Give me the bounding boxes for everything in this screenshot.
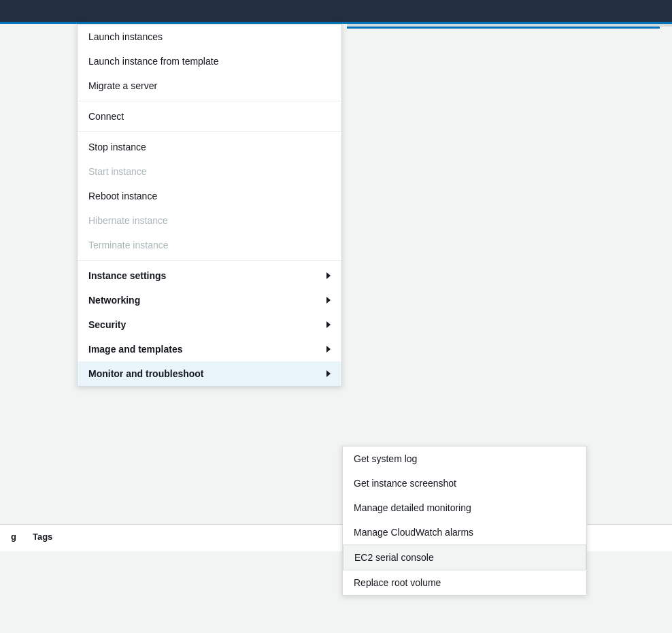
tags-left-label: g — [11, 532, 16, 545]
tags-right-label[interactable]: Tags — [33, 532, 52, 545]
submenu-item-replace-root-volume[interactable]: Replace root volume — [343, 570, 586, 595]
menu-item-image-and-templates[interactable]: Image and templates — [78, 337, 341, 361]
menu-divider-3 — [78, 260, 341, 261]
instance-actions-menu: Launch instances Launch instance from te… — [77, 24, 342, 387]
menu-item-monitor-and-troubleshoot[interactable]: Monitor and troubleshoot — [78, 361, 341, 386]
monitor-troubleshoot-submenu: Get system log Get instance screenshot M… — [342, 446, 587, 596]
menu-item-hibernate-instance: Hibernate instance — [78, 208, 341, 233]
menu-item-stop-instance[interactable]: Stop instance — [78, 135, 341, 159]
menu-divider-2 — [78, 131, 341, 132]
chevron-right-icon — [326, 321, 331, 328]
menu-item-launch-from-template[interactable]: Launch instance from template — [78, 49, 341, 74]
submenu-item-manage-detailed-monitoring[interactable]: Manage detailed monitoring — [343, 496, 586, 520]
chevron-right-icon — [326, 346, 331, 353]
chevron-right-icon — [326, 370, 331, 377]
submenu-item-manage-cloudwatch-alarms[interactable]: Manage CloudWatch alarms — [343, 520, 586, 545]
menu-item-security[interactable]: Security — [78, 312, 341, 337]
menu-item-networking[interactable]: Networking — [78, 288, 341, 312]
submenu-item-get-instance-screenshot[interactable]: Get instance screenshot — [343, 471, 586, 496]
top-navigation-bar — [0, 0, 672, 22]
submenu-item-get-system-log[interactable]: Get system log — [343, 447, 586, 471]
menu-item-reboot-instance[interactable]: Reboot instance — [78, 184, 341, 208]
menu-divider-1 — [78, 101, 341, 101]
submenu-item-ec2-serial-console[interactable]: EC2 serial console — [343, 545, 586, 570]
content-area: Launch instances Launch instance from te… — [0, 24, 672, 633]
right-blue-line — [347, 27, 660, 29]
menu-item-launch-instances[interactable]: Launch instances — [78, 25, 341, 49]
menu-item-connect[interactable]: Connect — [78, 104, 341, 129]
chevron-right-icon — [326, 297, 331, 304]
chevron-right-icon — [326, 272, 331, 279]
menu-item-start-instance: Start instance — [78, 159, 341, 184]
menu-item-migrate-server[interactable]: Migrate a server — [78, 74, 341, 98]
menu-item-instance-settings[interactable]: Instance settings — [78, 263, 341, 288]
menu-item-terminate-instance: Terminate instance — [78, 233, 341, 257]
